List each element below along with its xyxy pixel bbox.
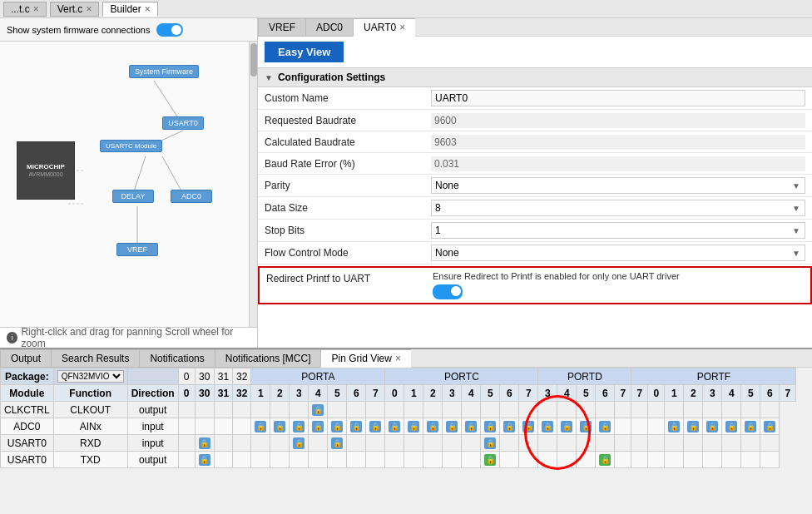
module-cell: CLKCTRL	[1, 402, 54, 418]
function-cell: RXD	[53, 435, 127, 452]
bottom-tab-bar: Output Search Results Notifications Noti…	[0, 349, 812, 368]
left-scrollbar[interactable]	[249, 42, 257, 327]
tab-builder[interactable]: Builder ×	[102, 2, 157, 17]
data-size-select[interactable]: 8 9	[431, 200, 805, 216]
pin-no-32: 32	[233, 368, 251, 385]
pin-lock-active-icon[interactable]: 🔒	[599, 454, 611, 466]
pin-lock-icon[interactable]: 🔒	[503, 421, 515, 432]
canvas-panel: Show system firmware connections	[0, 18, 258, 348]
flow-control-select[interactable]: None Hardware	[431, 245, 805, 261]
config-row-stop-bits: Stop Bits 1 2	[258, 220, 812, 242]
config-row-requested-baudrate: Requested Baudrate	[258, 110, 812, 131]
pin-lock-icon[interactable]: 🔒	[542, 421, 553, 432]
module-cell: USART0	[1, 452, 54, 468]
pin-lock-icon[interactable]: 🔒	[331, 421, 343, 432]
pin-lock-icon[interactable]: 🔒	[599, 421, 611, 432]
pin-lock-icon[interactable]: 🔒	[389, 421, 400, 432]
tab-vert-c-2[interactable]: Vert.c ×	[50, 2, 100, 17]
tab-adc0[interactable]: ADC0	[305, 18, 353, 37]
info-icon: i	[7, 332, 17, 343]
pin-lock-icon[interactable]: 🔒	[580, 421, 592, 432]
pin-lock-icon[interactable]: 🔒	[199, 454, 210, 466]
canvas-area[interactable]: MICROCHIP AVRMM0000 System Firmware USAR…	[0, 42, 257, 327]
collapse-triangle-icon[interactable]: ▼	[265, 73, 273, 82]
portf-5: 5	[741, 385, 760, 402]
portf-1: 1	[665, 385, 684, 402]
pin-lock-icon[interactable]: 🔒	[274, 421, 285, 432]
portd-4: 4	[557, 385, 577, 402]
tab-pin-grid-view[interactable]: Pin Grid View ×	[320, 349, 411, 368]
portc-1: 1	[404, 385, 423, 402]
pin-lock-icon[interactable]: 🔒	[331, 437, 343, 449]
bottom-section: Output Search Results Notifications Noti…	[0, 348, 812, 514]
node-usart0[interactable]: USART0	[162, 116, 204, 130]
calculated-baudrate-input	[431, 135, 805, 150]
pin-lock-icon[interactable]: 🔒	[199, 437, 210, 449]
portf-4: 4	[722, 385, 741, 402]
pin-lock-icon[interactable]: 🔒	[687, 421, 699, 432]
node-vref[interactable]: VREF	[116, 243, 158, 256]
canvas-toolbar: Show system firmware connections	[0, 18, 257, 42]
pin-lock-icon[interactable]: 🔒	[484, 437, 496, 449]
pin-grid-container[interactable]: Package: QFN32MVIO 0 30 31 32 PORTA	[0, 368, 812, 514]
easy-view-button[interactable]: Easy View	[265, 42, 344, 62]
app-container: ...t.c × Vert.c × Builder × Show system …	[0, 0, 812, 514]
redirect-printf-toggle[interactable]	[433, 284, 463, 299]
tab-vert-c-1[interactable]: ...t.c ×	[3, 2, 47, 17]
node-delay[interactable]: DELAY	[112, 190, 154, 203]
close-tab-2-icon[interactable]: ×	[145, 3, 151, 15]
pin-lock-icon[interactable]: 🔒	[764, 421, 775, 432]
module-cell: USART0	[1, 435, 54, 452]
tab-notifications[interactable]: Notifications	[139, 349, 214, 368]
pin-lock-icon[interactable]: 🔒	[293, 437, 304, 449]
pin-lock-icon[interactable]: 🔒	[408, 421, 419, 432]
pin-lock-icon[interactable]: 🔒	[312, 421, 324, 432]
config-row-flow-control: Flow Control Mode None Hardware	[258, 242, 812, 264]
tab-notifications-mcc[interactable]: Notifications [MCC]	[215, 349, 321, 368]
top-tab-bar: ...t.c × Vert.c × Builder ×	[0, 0, 812, 18]
baud-error-input	[431, 156, 805, 171]
tab-vref[interactable]: VREF	[258, 18, 305, 37]
pin-lock-active-icon[interactable]: 🔒	[484, 454, 496, 466]
close-tab-1-icon[interactable]: ×	[86, 3, 92, 15]
pin-lock-icon[interactable]: 🔒	[350, 421, 362, 432]
pin-lock-icon[interactable]: 🔒	[484, 421, 496, 432]
portf-2: 2	[684, 385, 703, 402]
firmware-toggle[interactable]	[156, 23, 183, 37]
node-system-firmware[interactable]: System Firmware	[129, 65, 199, 78]
node-adco[interactable]: ADC0	[171, 190, 212, 203]
pin-lock-icon[interactable]: 🔒	[668, 421, 680, 432]
portf-7b: 7	[780, 385, 796, 402]
pin-lock-icon[interactable]: 🔒	[369, 421, 381, 432]
pin-lock-icon[interactable]: 🔒	[725, 421, 737, 432]
direction-col-header: Direction	[127, 385, 178, 402]
svg-line-3	[162, 156, 183, 194]
tab-search-results[interactable]: Search Results	[51, 349, 139, 368]
parity-select[interactable]: None Even Odd	[431, 177, 805, 194]
config-section: ▼ Configuration Settings Custom Name Req…	[258, 67, 812, 348]
close-pin-grid-icon[interactable]: ×	[395, 353, 401, 364]
pin-lock-icon[interactable]: 🔒	[522, 421, 534, 432]
package-select-cell[interactable]: QFN32MVIO	[53, 368, 127, 385]
pin-lock-icon[interactable]: 🔒	[561, 421, 572, 432]
portc-7: 7	[519, 385, 538, 402]
svg-line-0	[154, 81, 179, 119]
close-uart0-icon[interactable]: ×	[399, 22, 405, 33]
tab-output[interactable]: Output	[0, 349, 51, 368]
portf-3: 3	[703, 385, 722, 402]
pin-lock-icon[interactable]: 🔒	[255, 421, 266, 432]
pin-lock-icon[interactable]: 🔒	[427, 421, 438, 432]
node-usartc-module[interactable]: USARTC Module	[100, 140, 162, 152]
pin-lock-icon[interactable]: 🔒	[745, 421, 756, 432]
pin-lock-icon[interactable]: 🔒	[465, 421, 477, 432]
pin-lock-icon[interactable]: 🔒	[312, 404, 324, 416]
close-tab-0-icon[interactable]: ×	[33, 3, 39, 15]
custom-name-input[interactable]	[431, 90, 805, 106]
pin-lock-icon[interactable]: 🔒	[446, 421, 458, 432]
pin-lock-icon[interactable]: 🔒	[293, 421, 304, 432]
direction-cell: output	[127, 402, 178, 418]
package-select[interactable]: QFN32MVIO	[57, 370, 124, 383]
pin-lock-icon[interactable]: 🔒	[706, 421, 718, 432]
stop-bits-select[interactable]: 1 2	[431, 222, 805, 239]
tab-uart0[interactable]: UART0 ×	[353, 18, 415, 37]
